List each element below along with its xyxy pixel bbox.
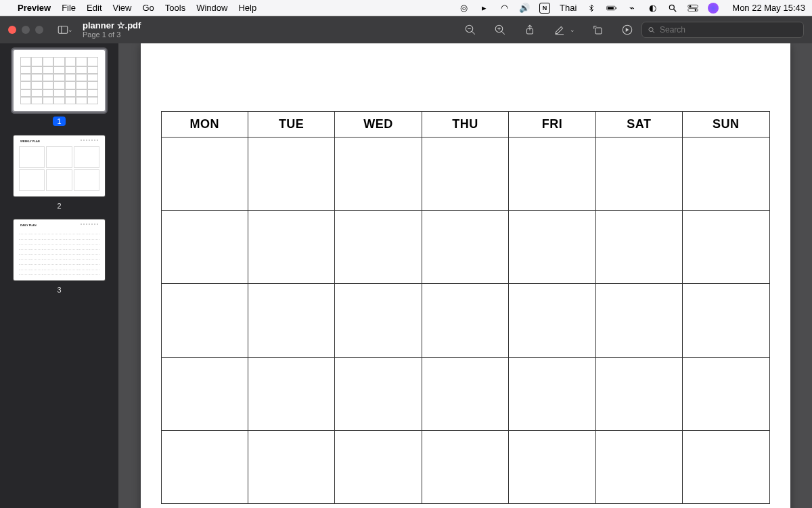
window-titlebar: ⌄ planner ☆.pdf Page 1 of 3 ⌄ (0, 16, 812, 43)
document-viewer[interactable]: MON TUE WED THU FRI SAT SUN (118, 43, 812, 508)
thumbnail-label-3: 3 (57, 286, 61, 294)
day-header-fri: FRI (509, 112, 595, 137)
svg-point-7 (690, 5, 692, 7)
toggle-icon[interactable]: ⌁ (627, 3, 637, 14)
thumbnail-label-1: 1 (53, 117, 65, 126)
window-close-button[interactable] (8, 26, 16, 34)
notion-icon[interactable]: N (539, 3, 550, 14)
calendar-grid: MON TUE WED THU FRI SAT SUN (161, 111, 770, 504)
bluetooth-icon[interactable] (586, 3, 597, 14)
menu-go[interactable]: Go (142, 3, 154, 13)
markup-button[interactable] (552, 22, 567, 37)
menu-view[interactable]: View (113, 3, 132, 13)
volume-icon[interactable]: 🔊 (519, 3, 530, 14)
svg-line-12 (472, 31, 475, 35)
spotlight-icon[interactable] (667, 3, 678, 14)
page-thumbnail-3[interactable]: DAILY PLAN (14, 219, 105, 280)
macos-menubar: Preview File Edit View Go Tools Window H… (0, 0, 812, 16)
annotate-button[interactable] (620, 22, 635, 37)
siri-icon[interactable] (708, 3, 719, 14)
menu-file[interactable]: File (62, 3, 76, 13)
thumbnail-sidebar: 1 WEEKLY PLAN 2 DAILY PLAN (0, 43, 118, 508)
menu-edit[interactable]: Edit (87, 3, 102, 13)
svg-line-15 (501, 31, 505, 35)
zoom-in-button[interactable] (493, 22, 508, 37)
svg-point-23 (649, 27, 653, 31)
search-input[interactable] (660, 25, 798, 35)
svg-rect-21 (595, 28, 602, 34)
svg-rect-2 (616, 7, 616, 8)
pdf-page-1: MON TUE WED THU FRI SAT SUN (141, 43, 790, 508)
share-button[interactable] (522, 22, 537, 37)
menu-tools[interactable]: Tools (165, 3, 185, 13)
svg-rect-1 (608, 7, 614, 9)
page-thumbnail-1[interactable] (14, 50, 105, 111)
battery-icon[interactable] (606, 3, 617, 14)
view-options-chevron-icon[interactable]: ⌄ (68, 26, 73, 33)
airdrop-icon[interactable]: ◠ (499, 3, 510, 14)
svg-line-24 (652, 30, 654, 32)
zoom-out-button[interactable] (463, 22, 478, 37)
search-icon (648, 26, 656, 35)
app-menu[interactable]: Preview (18, 3, 51, 13)
input-source[interactable]: Thai (560, 3, 577, 13)
menubar-clock[interactable]: Mon 22 May 15:43 (732, 3, 805, 13)
svg-point-8 (695, 9, 697, 11)
user-icon[interactable]: ◐ (647, 3, 658, 14)
day-header-tue: TUE (248, 112, 334, 137)
now-playing-icon[interactable]: ▸ (478, 3, 489, 14)
svg-rect-9 (58, 26, 68, 34)
window-minimize-button[interactable] (22, 26, 30, 34)
document-title: planner ☆.pdf (83, 21, 141, 30)
day-header-wed: WED (335, 112, 422, 137)
markup-options-chevron-icon[interactable]: ⌄ (570, 26, 575, 33)
day-header-sat: SAT (595, 112, 682, 137)
day-header-sun: SUN (683, 112, 769, 137)
svg-point-3 (670, 5, 675, 9)
window-zoom-button[interactable] (35, 26, 43, 34)
menu-help[interactable]: Help (238, 3, 256, 13)
page-indicator: Page 1 of 3 (83, 30, 141, 39)
control-center-icon[interactable] (687, 3, 698, 14)
page-thumbnail-2[interactable]: WEEKLY PLAN (14, 135, 105, 196)
thumbnail-label-2: 2 (57, 202, 61, 210)
day-header-thu: THU (422, 112, 508, 137)
preview-window: ⌄ planner ☆.pdf Page 1 of 3 ⌄ (0, 16, 812, 508)
svg-line-4 (674, 9, 677, 12)
shazam-icon[interactable]: ◎ (458, 3, 469, 14)
toolbar-search[interactable] (641, 22, 804, 38)
menu-window[interactable]: Window (196, 3, 227, 13)
day-header-mon: MON (161, 112, 248, 137)
rotate-button[interactable] (590, 22, 605, 37)
